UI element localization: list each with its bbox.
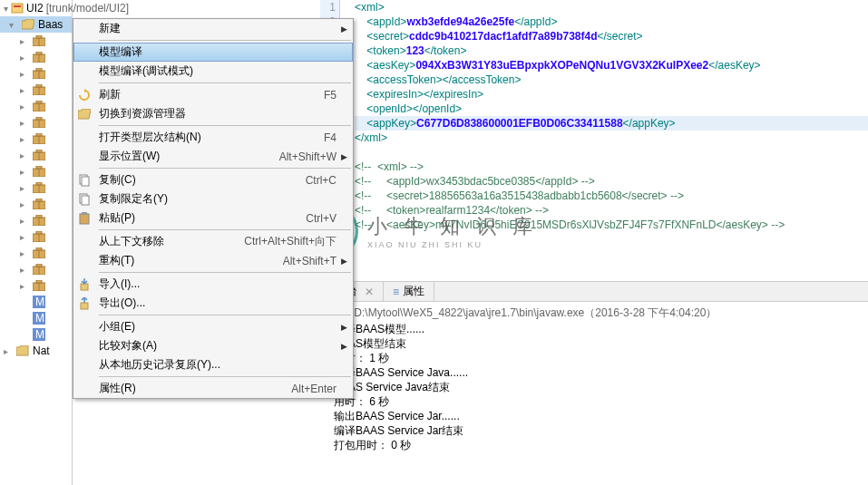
code-line[interactable]: </xml> — [355, 131, 868, 145]
svg-rect-63 — [81, 303, 88, 309]
menu-item[interactable]: 显示位置(W) Alt+Shift+W ▶ — [73, 147, 353, 166]
expand-arrow-icon[interactable]: ▸ — [20, 232, 29, 242]
menu-item[interactable]: 比较对象(A) ▶ — [73, 336, 353, 355]
menu-item[interactable]: 导出(O)... — [73, 294, 353, 313]
code-editor[interactable]: 12345678910111213141516 <xml> <appId>wxb… — [320, 0, 868, 272]
tree-item-ui2[interactable]: ▾ UI2 [trunk/model/UI2] — [0, 0, 72, 16]
expand-arrow-icon[interactable]: ▸ — [20, 69, 29, 79]
console-tabs: 制台 ✕ ≡属性 — [327, 282, 868, 302]
expand-arrow-icon[interactable]: ▸ — [20, 216, 29, 226]
menu-item[interactable]: 导入(I)... — [73, 275, 353, 294]
expand-arrow-icon[interactable]: ▸ — [20, 183, 29, 193]
expand-arrow-icon[interactable]: ▸ — [20, 281, 29, 291]
menu-label: 复制限定名(Y) — [99, 191, 336, 207]
tree-item[interactable]: ▸ — [0, 196, 72, 212]
expand-arrow-icon[interactable]: ▸ — [20, 102, 29, 112]
code-line[interactable]: <!-- <secret>18856563a16a3515438adbabb1c… — [355, 189, 868, 203]
tree-item[interactable]: M — [0, 326, 72, 343]
expand-arrow-icon[interactable]: ▾ — [9, 20, 18, 30]
tree-item[interactable]: ▸ — [0, 261, 72, 277]
code-line[interactable]: <!-- <appId>wx3453bdac5bce0385</appId> -… — [355, 174, 868, 189]
tree-item[interactable]: ▸ — [0, 147, 72, 163]
menu-item[interactable]: 模型编译 — [73, 43, 353, 62]
expand-arrow-icon[interactable]: ▸ — [20, 167, 29, 177]
svg-rect-60 — [80, 214, 89, 224]
menu-item[interactable]: 粘贴(P) Ctrl+V — [73, 209, 353, 228]
menu-shortcut: Ctrl+V — [306, 212, 336, 225]
svg-text:M: M — [35, 328, 44, 341]
tree-item[interactable]: ▸ — [0, 228, 72, 245]
tab-properties[interactable]: ≡属性 — [384, 282, 434, 301]
code-line[interactable]: <expiresIn></expiresIn> — [355, 87, 868, 102]
menu-item[interactable]: 属性(R) Alt+Enter — [73, 379, 353, 398]
svg-rect-33 — [36, 199, 42, 201]
tree-item-baas[interactable]: ▾ Baas — [0, 16, 72, 33]
close-icon[interactable]: ✕ — [365, 286, 374, 298]
code-line[interactable] — [355, 145, 868, 160]
code-line[interactable]: <token>123</token> — [355, 44, 868, 58]
menu-shortcut: Alt+Enter — [291, 383, 336, 395]
console-output[interactable]: 止> D:\Mytool\WeX5_4822\java\jre1.7\bin\j… — [327, 302, 868, 456]
tree-item[interactable]: ▸ — [0, 131, 72, 147]
tree-item[interactable]: ▸ — [0, 179, 72, 196]
console-line: 用时： 6 秒 — [334, 394, 861, 409]
menu-separator — [99, 125, 351, 126]
blank-icon — [75, 339, 93, 354]
tree-item[interactable]: ▸ — [0, 49, 72, 65]
code-line[interactable]: <aesKey>094XxB3W31Y83uEBpxpkXOPeNQNu1VGV… — [355, 58, 868, 73]
expand-arrow-icon[interactable]: ▸ — [20, 134, 29, 144]
menu-item[interactable]: 刷新 F5 — [73, 85, 353, 104]
expand-arrow-icon[interactable]: ▸ — [20, 118, 29, 128]
tree-item[interactable]: ▸ — [0, 65, 72, 82]
menu-item[interactable]: 从本地历史记录复原(Y)... — [73, 355, 353, 374]
menu-item[interactable]: 切换到资源管理器 — [73, 104, 353, 123]
menu-item[interactable]: 打开类型层次结构(N) F4 — [73, 128, 353, 147]
console-line: BAAS模型结束 — [334, 336, 861, 351]
code-line[interactable]: <appId>wxb3efde94a26e25fe</appId> — [355, 15, 868, 29]
tree-item[interactable]: M — [0, 294, 72, 310]
tree-item[interactable]: ▸ — [0, 98, 72, 114]
tree-item[interactable]: ▸ — [0, 114, 72, 131]
code-line[interactable]: <!-- <aesKey>my7NvID6O5hiEC915MSDr6sXlJV… — [355, 218, 868, 232]
expand-arrow-icon[interactable]: ▸ — [4, 346, 13, 356]
tree-label: Baas — [38, 18, 63, 31]
menu-item[interactable]: 复制(C) Ctrl+C — [73, 170, 353, 189]
expand-arrow-icon[interactable]: ▾ — [4, 4, 8, 14]
expand-arrow-icon[interactable]: ▸ — [20, 53, 29, 63]
tree-item[interactable]: M — [0, 310, 72, 326]
expand-arrow-icon[interactable]: ▸ — [20, 36, 29, 46]
pkg-icon — [32, 50, 46, 64]
expand-arrow-icon[interactable]: ▸ — [20, 150, 29, 160]
tree-item[interactable]: ▸ — [0, 277, 72, 294]
tree-item[interactable]: ▸ — [0, 245, 72, 261]
code-line[interactable]: <secret>cddc9b410217dacf1afdf7a89b738f4d… — [355, 29, 868, 44]
menu-separator — [99, 168, 351, 169]
expand-arrow-icon[interactable]: ▸ — [20, 85, 29, 95]
menu-item[interactable]: 小组(E) ▶ — [73, 317, 353, 336]
blank-icon — [75, 22, 93, 36]
menu-item[interactable]: 复制限定名(Y) — [73, 189, 353, 209]
code-line[interactable]: <!-- <xml> --> — [355, 160, 868, 174]
menu-item[interactable]: 新建 ▶ — [73, 19, 353, 38]
code-line[interactable]: <appKey>C677D6D838600001EFB0D06C33411588… — [355, 116, 868, 131]
tree-item[interactable]: ▸ — [0, 163, 72, 179]
svg-rect-18 — [36, 117, 42, 120]
menu-item[interactable]: 从上下文移除 Ctrl+Alt+Shift+向下 — [73, 232, 353, 251]
menu-item[interactable]: 重构(T) Alt+Shift+T ▶ — [73, 251, 353, 270]
expand-arrow-icon[interactable]: ▸ — [20, 265, 29, 275]
code-line[interactable]: <accessToken></accessToken> — [355, 73, 868, 87]
blank-icon — [75, 358, 93, 373]
tree-item[interactable]: ▸ — [0, 33, 72, 49]
blank-icon — [75, 150, 93, 164]
tree-item[interactable]: ▸ — [0, 212, 72, 228]
code-line[interactable]: <openId></openId> — [355, 102, 868, 116]
m-icon: M — [32, 327, 46, 342]
menu-item[interactable]: 模型编译(调试模式) — [73, 62, 353, 81]
expand-arrow-icon[interactable]: ▸ — [20, 248, 29, 258]
code-line[interactable]: <!-- <token>realfarm1234</token> --> — [355, 203, 868, 218]
tree-item[interactable]: ▸Nat — [0, 343, 72, 359]
code-line[interactable]: <xml> — [355, 0, 868, 15]
tree-item[interactable]: ▸ — [0, 82, 72, 98]
expand-arrow-icon[interactable]: ▸ — [20, 199, 29, 209]
menu-separator — [99, 272, 351, 273]
